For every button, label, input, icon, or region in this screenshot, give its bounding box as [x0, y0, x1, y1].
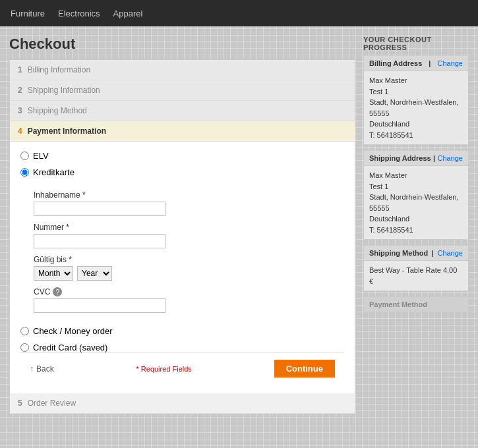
billing-section: Billing Address | Change Max Master Test… — [363, 55, 469, 145]
back-arrow-icon: ↑ — [30, 364, 34, 374]
gultig-label: Gültig bis * — [34, 255, 344, 264]
billing-separator: | — [429, 59, 431, 67]
page-title: Checkout — [9, 36, 355, 53]
step-4-num: 4 — [18, 126, 22, 136]
gultig-field: Gültig bis * Month 010203 040506 070809 … — [34, 255, 344, 281]
step-2-num: 2 — [18, 86, 22, 95]
form-footer: ↑ Back * Required Fields Continue — [20, 352, 344, 384]
billing-section-header: Billing Address | Change — [364, 56, 468, 71]
shipping-section-header: Shipping Address | Change — [364, 151, 468, 166]
elv-option[interactable]: ELV — [20, 151, 344, 161]
shipping-phone: T: 564185541 — [369, 225, 463, 236]
step-5-label: Order Review — [28, 399, 76, 408]
nav-furniture[interactable]: Furniture — [11, 9, 45, 18]
shipping-body: Max Master Test 1 Stadt, Nordrhein-Westf… — [364, 166, 468, 239]
nummer-field: Nummer * — [34, 223, 344, 248]
main-content: Checkout 1 Billing Information 2 Shippin… — [9, 36, 355, 414]
shipping-method-heading: Shipping Method — [369, 249, 428, 257]
credit-saved-label: Credit Card (saved) — [33, 343, 107, 352]
cvc-input[interactable] — [34, 298, 165, 313]
step-4-label: Payment Information — [28, 126, 106, 136]
kreditkarte-option[interactable]: Kreditkarte — [20, 167, 344, 177]
shipping-method-header: Shipping Method | Change — [364, 246, 468, 261]
billing-name: Max Master — [369, 75, 463, 86]
shipping-method-separator: | — [432, 249, 434, 257]
nav-apparel[interactable]: Apparel — [113, 9, 143, 18]
step-3-label: Shipping Method — [28, 106, 87, 115]
kreditkarte-section: Inhabername * Nummer * Gültig bis * Mont — [34, 190, 344, 320]
top-navbar: Furniture Electronics Apparel — [0, 0, 478, 26]
shipping-method-section: Shipping Method | Change Best Way - Tabl… — [363, 245, 469, 291]
inhabername-input[interactable] — [34, 202, 165, 216]
inhabername-field: Inhabername * — [34, 190, 344, 216]
shipping-name: Max Master — [369, 170, 463, 181]
month-select[interactable]: Month 010203 040506 070809 101112 — [34, 266, 73, 281]
payment-method-section: Payment Method — [363, 296, 469, 312]
shipping-separator: | — [433, 154, 435, 162]
kreditkarte-radio[interactable] — [20, 168, 29, 177]
credit-saved-option[interactable]: Credit Card (saved) — [20, 343, 344, 352]
cvc-help-icon[interactable]: ? — [53, 287, 62, 296]
inhabername-label: Inhabername * — [34, 190, 344, 200]
billing-address2: Stadt, Nordrhein-Westfalen, — [369, 97, 463, 108]
payment-method-heading: Payment Method — [369, 300, 427, 308]
billing-zip: 55555 — [369, 108, 463, 119]
step-2: 2 Shipping Information — [10, 80, 355, 101]
billing-change-link[interactable]: Change — [437, 59, 463, 67]
shipping-section: Shipping Address | Change Max Master Tes… — [363, 150, 469, 240]
check-option[interactable]: Check / Money order — [20, 326, 344, 336]
step-1: 1 Billing Information — [10, 60, 355, 80]
billing-body: Max Master Test 1 Stadt, Nordrhein-Westf… — [364, 71, 468, 144]
check-radio[interactable] — [20, 327, 29, 335]
billing-address1: Test 1 — [369, 86, 463, 98]
kreditkarte-label: Kreditkarte — [33, 167, 75, 177]
nummer-label: Nummer * — [34, 223, 344, 232]
shipping-change-link[interactable]: Change — [437, 154, 463, 162]
nav-electronics[interactable]: Electronics — [58, 9, 100, 18]
step-1-num: 1 — [18, 65, 22, 74]
back-label: Back — [36, 364, 54, 374]
step-1-label: Billing Information — [28, 65, 90, 74]
continue-button[interactable]: Continue — [274, 360, 335, 378]
payment-options: ELV Kreditkarte Inhabername * — [20, 151, 344, 352]
year-select[interactable]: Year 202420252026 202720282029 2030 — [77, 266, 112, 281]
back-link[interactable]: ↑ Back — [30, 364, 54, 374]
step-2-label: Shipping Information — [28, 86, 100, 95]
credit-saved-radio[interactable] — [20, 343, 29, 352]
shipping-address1: Test 1 — [369, 181, 463, 192]
nummer-input[interactable] — [34, 234, 165, 248]
shipping-country: Deutschland — [369, 213, 463, 225]
cvc-field: CVC ? — [34, 287, 344, 313]
elv-label: ELV — [33, 151, 49, 161]
shipping-zip: 55555 — [369, 203, 463, 214]
step-5: 5 Order Review — [10, 393, 355, 414]
page-wrapper: Checkout 1 Billing Information 2 Shippin… — [0, 26, 478, 424]
shipping-address2: Stadt, Nordrhein-Westfalen, — [369, 192, 463, 203]
step-4: 4 Payment Information — [10, 121, 355, 142]
payment-content: ELV Kreditkarte Inhabername * — [10, 142, 355, 393]
shipping-method-change-link[interactable]: Change — [437, 249, 463, 257]
required-fields-text: * Required Fields — [136, 365, 191, 373]
billing-phone: T: 564185541 — [369, 130, 463, 141]
checkout-sidebar: YOUR CHECKOUT PROGRESS Billing Address |… — [363, 36, 469, 414]
checkout-steps: 1 Billing Information 2 Shipping Informa… — [9, 59, 355, 414]
shipping-method-value: Best Way - Table Rate 4,00 € — [369, 265, 463, 287]
step-3: 3 Shipping Method — [10, 101, 355, 121]
gultig-row: Month 010203 040506 070809 101112 Year 2… — [34, 266, 344, 281]
billing-country: Deutschland — [369, 119, 463, 130]
step-5-num: 5 — [18, 399, 22, 408]
shipping-heading: Shipping Address — [369, 154, 431, 162]
billing-heading: Billing Address — [369, 59, 422, 67]
cvc-label-text: CVC — [34, 287, 50, 296]
sidebar-title: YOUR CHECKOUT PROGRESS — [363, 36, 469, 51]
shipping-method-body: Best Way - Table Rate 4,00 € — [364, 261, 468, 291]
step-3-num: 3 — [18, 106, 22, 115]
elv-radio[interactable] — [20, 152, 29, 160]
check-label: Check / Money order — [33, 326, 113, 336]
